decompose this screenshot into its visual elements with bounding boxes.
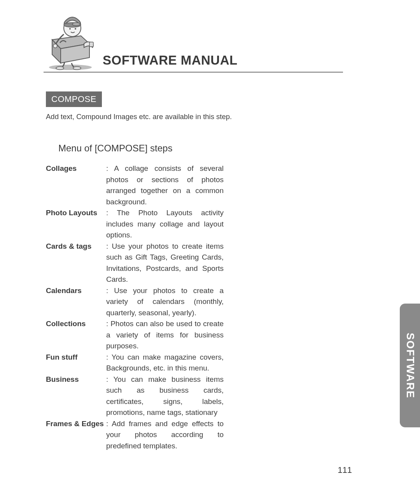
definition-row: Cards & tags : Use your photos to create… (46, 241, 381, 285)
definition-term: Cards & tags (46, 241, 106, 252)
definition-row: Fun stuff : You can make magazine covers… (46, 352, 381, 374)
svg-point-6 (72, 23, 80, 26)
definition-desc: : Photos can also be used to create a va… (106, 318, 224, 352)
header-rule (44, 72, 343, 73)
definition-desc: : Add frames and edge effects to your ph… (106, 418, 224, 452)
svg-point-9 (53, 44, 57, 48)
definition-row: Collections : Photos can also be used to… (46, 318, 381, 352)
svg-point-7 (69, 28, 71, 30)
definition-row: Collages : A collage consists of several… (46, 163, 381, 207)
definition-term: Business (46, 374, 106, 385)
page-title: SOFTWARE MANUAL (103, 53, 238, 68)
svg-point-0 (49, 65, 92, 70)
header-row: SOFTWARE MANUAL (46, 12, 381, 70)
svg-point-3 (73, 67, 81, 70)
definition-row: Photo Layouts : The Photo Layouts activi… (46, 207, 381, 241)
definition-list: Collages : A collage consists of several… (46, 163, 381, 451)
definition-row: Calendars : Use your photos to create a … (46, 285, 381, 319)
definition-desc: : Use your photos to create a variety of… (106, 285, 224, 319)
definition-desc: : You can make magazine covers, Backgrou… (106, 352, 224, 374)
svg-point-8 (75, 28, 76, 30)
definition-term: Frames & Edges (46, 418, 106, 430)
definition-term: Collages (46, 163, 106, 174)
side-tab-label: SOFTWARE (404, 333, 416, 399)
definition-term: Photo Layouts (46, 207, 106, 219)
side-tab: SOFTWARE (400, 304, 420, 427)
manual-page: SOFTWARE MANUAL COMPOSE Add text, Compou… (0, 0, 420, 504)
section-badge: COMPOSE (46, 91, 102, 107)
svg-point-2 (56, 67, 64, 70)
definition-term: Fun stuff (46, 352, 106, 363)
mascot-icon (44, 12, 97, 70)
definition-term: Calendars (46, 285, 106, 297)
page-number: 111 (338, 465, 352, 475)
svg-rect-1 (89, 42, 93, 47)
definition-term: Collections (46, 318, 106, 330)
definition-row: Frames & Edges : Add frames and edge eff… (46, 418, 381, 452)
definition-row: Business : You can make business items s… (46, 374, 381, 418)
section-subtitle: Add text, Compound Images etc. are avail… (46, 112, 381, 121)
definition-desc: : The Photo Layouts activity includes ma… (106, 207, 224, 241)
definition-desc: : A collage consists of several photos o… (106, 163, 224, 207)
definition-desc: : You can make business items such as bu… (106, 374, 224, 418)
definition-desc: : Use your photos to create items such a… (106, 241, 224, 285)
steps-title: Menu of [COMPOSE] steps (58, 143, 381, 154)
